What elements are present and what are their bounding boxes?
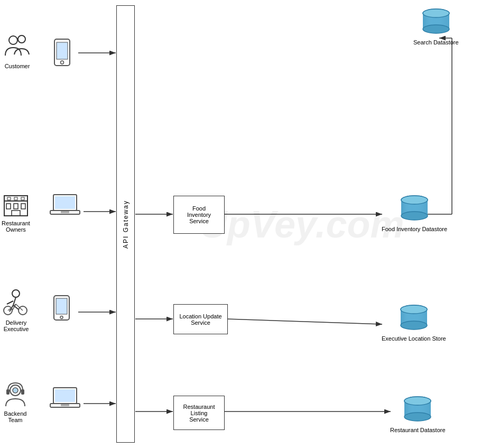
svg-rect-27	[21, 197, 24, 200]
svg-point-62	[401, 196, 428, 204]
food-inventory-service: FoodInventoryService	[173, 196, 225, 234]
svg-point-15	[18, 35, 25, 43]
restaurant-datastore: Restaurant Datastore	[390, 396, 446, 433]
svg-rect-26	[14, 197, 17, 200]
mobile-icon	[53, 38, 71, 67]
people-icon	[3, 32, 32, 61]
svg-point-66	[401, 321, 427, 330]
svg-point-61	[401, 212, 428, 220]
svg-rect-21	[6, 204, 11, 209]
svg-rect-22	[14, 204, 18, 209]
watermark: UpVey.com	[200, 203, 404, 246]
customer-actor: Customer	[3, 32, 32, 69]
laptop-icon	[49, 193, 81, 217]
svg-rect-43	[56, 298, 67, 314]
svg-point-67	[401, 305, 427, 314]
delivery-device	[53, 295, 70, 321]
search-datastore-label: Search Datastore	[413, 39, 459, 45]
location-update-service: Location UpdateService	[173, 304, 228, 334]
laptop2-icon	[49, 386, 81, 410]
restaurant-listing-label: RestaurauntListingService	[183, 404, 215, 423]
svg-point-32	[12, 290, 20, 297]
delivery-executive-actor: DeliveryExecutive	[2, 288, 31, 332]
svg-point-14	[9, 36, 17, 44]
svg-point-18	[61, 61, 64, 64]
location-update-label: Location UpdateService	[179, 313, 221, 326]
svg-point-56	[423, 25, 449, 33]
svg-rect-48	[21, 389, 24, 395]
svg-point-71	[404, 413, 431, 421]
svg-point-44	[60, 316, 63, 319]
svg-point-72	[404, 397, 431, 405]
svg-rect-25	[7, 197, 11, 200]
search-cylinder-icon	[420, 8, 452, 37]
delivery-executive-label: DeliveryExecutive	[4, 319, 29, 332]
backend-team-actor: BackendTeam	[2, 381, 29, 423]
svg-rect-23	[21, 204, 25, 209]
svg-rect-24	[12, 211, 20, 216]
food-inventory-datastore: Food Inventory Datastore	[382, 195, 447, 232]
building-icon	[2, 190, 30, 218]
svg-rect-47	[6, 389, 10, 395]
restaurant-cylinder-icon	[402, 396, 433, 425]
support-icon	[2, 381, 29, 408]
svg-point-57	[423, 9, 449, 17]
search-datastore: Search Datastore	[413, 8, 459, 45]
svg-rect-29	[55, 196, 75, 209]
mobile-small-icon	[53, 295, 70, 321]
customer-device	[53, 38, 71, 67]
svg-rect-31	[61, 211, 69, 213]
svg-line-8	[227, 319, 382, 324]
svg-line-34	[7, 301, 13, 304]
food-inventory-label: FoodInventoryService	[187, 205, 211, 224]
restaurant-laptop	[49, 193, 81, 217]
backend-team-label: BackendTeam	[4, 410, 27, 423]
rider-icon	[2, 288, 31, 317]
restaurant-listing-service: RestaurauntListingService	[173, 396, 225, 430]
svg-rect-50	[55, 389, 75, 402]
executive-location-cylinder-icon	[398, 304, 430, 333]
svg-point-46	[13, 388, 18, 393]
api-gateway-label: API Gateway	[122, 199, 130, 248]
backend-laptop	[49, 386, 81, 410]
svg-rect-17	[57, 42, 68, 59]
food-inventory-datastore-label: Food Inventory Datastore	[382, 226, 447, 232]
svg-rect-19	[4, 196, 27, 216]
restaurant-owners-label: RestaurantOwners	[2, 220, 30, 233]
food-inventory-cylinder-icon	[399, 195, 430, 224]
svg-rect-52	[61, 404, 69, 406]
customer-label: Customer	[5, 63, 30, 69]
restaurant-owners-actor: RestaurantOwners	[2, 190, 30, 233]
executive-location-store-label: Executive Location Store	[382, 335, 446, 342]
restaurant-datastore-label: Restaurant Datastore	[390, 427, 446, 433]
executive-location-store: Executive Location Store	[382, 304, 446, 342]
svg-line-40	[16, 304, 23, 310]
api-gateway: API Gateway	[116, 5, 135, 443]
